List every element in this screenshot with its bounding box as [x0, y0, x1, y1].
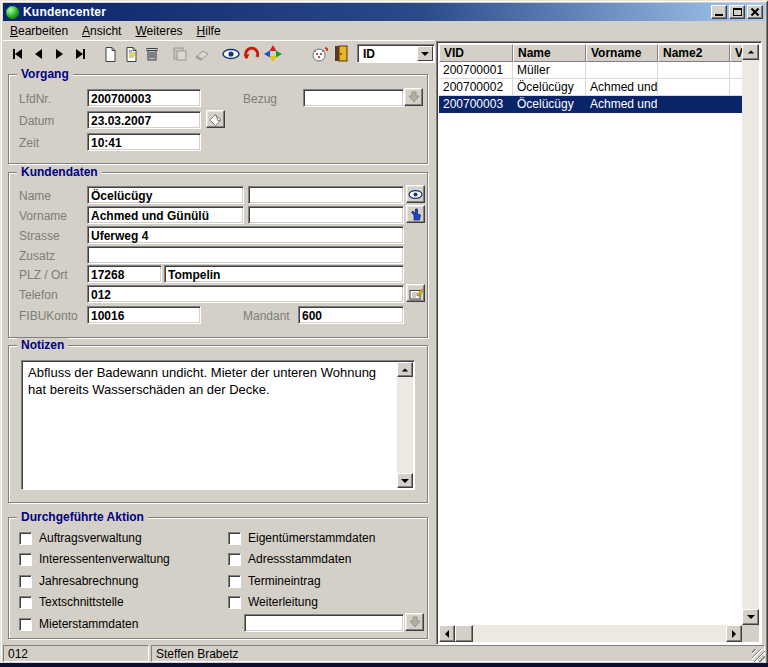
strasse-label: Strasse: [19, 229, 60, 243]
scroll-up-button[interactable]: [397, 362, 413, 377]
table-row[interactable]: 200700003 Öcelücügy Achmed und: [439, 96, 742, 113]
arrow-up-icon: [402, 368, 408, 371]
menu-bar: Bearbeiten Ansicht Weiteres Hilfe: [3, 22, 765, 40]
paste-button[interactable]: [170, 43, 191, 64]
title-bar[interactable]: Kundencenter: [3, 3, 765, 21]
scroll-down-button[interactable]: [397, 473, 413, 488]
column-header-vor[interactable]: Vor: [730, 44, 742, 62]
column-header-name2[interactable]: Name2: [658, 44, 730, 62]
notizen-group: Notizen Abfluss der Badewann undicht. Mi…: [8, 345, 428, 503]
minimize-button[interactable]: [711, 5, 727, 19]
datum-label: Datum: [19, 114, 54, 128]
checkbox-icon: [228, 596, 241, 609]
checkbox-adressstammdaten[interactable]: Adressstammdaten: [228, 552, 351, 566]
ort-input[interactable]: [164, 265, 404, 283]
plz-input[interactable]: [87, 265, 162, 283]
aktion-dropdown-button[interactable]: [405, 613, 424, 631]
checkbox-eigentuemerstammdaten[interactable]: Eigentümerstammdaten: [228, 531, 375, 545]
previous-record-button[interactable]: [28, 43, 49, 64]
lfdnr-input[interactable]: [87, 89, 201, 107]
statistics-button[interactable]: [262, 43, 283, 64]
zusatz-input[interactable]: [87, 246, 404, 264]
first-record-button[interactable]: [7, 43, 28, 64]
menu-bearbeiten[interactable]: Bearbeiten: [3, 23, 75, 39]
table-horizontal-scrollbar[interactable]: [439, 625, 742, 642]
help-button[interactable]: [309, 43, 330, 64]
telefon-notes-button[interactable]: [406, 284, 425, 302]
table-vertical-scrollbar[interactable]: [742, 44, 759, 625]
datum-calendar-button[interactable]: [206, 110, 225, 128]
scrollbar-corner: [742, 625, 759, 642]
last-record-button[interactable]: [70, 43, 91, 64]
name-label: Name: [19, 189, 51, 203]
vorgang-group: Vorgang LfdNr. Bezug Datum Zeit: [8, 74, 428, 164]
records-table: VID Name Vorname Name2 Vor 200700001 Mül…: [439, 44, 742, 625]
new-record-button[interactable]: [99, 43, 120, 64]
name-extra-input[interactable]: [248, 186, 404, 204]
vorname-extra-input[interactable]: [248, 206, 404, 224]
vorgang-legend: Vorgang: [17, 67, 73, 81]
notizen-text: Abfluss der Badewann undicht. Mieter der…: [28, 364, 390, 398]
notizen-textarea[interactable]: Abfluss der Badewann undicht. Mieter der…: [21, 360, 415, 490]
drop-arrow-icon: [408, 91, 420, 103]
next-record-icon: [56, 49, 63, 59]
checkbox-icon: [19, 532, 32, 545]
scroll-right-button[interactable]: [726, 625, 742, 642]
scroll-left-button[interactable]: [439, 625, 455, 642]
search-field-dropdown-button[interactable]: [417, 46, 433, 61]
mandant-label: Mandant: [243, 309, 290, 323]
copy-record-button[interactable]: [120, 43, 141, 64]
minimize-icon: [715, 14, 723, 16]
next-record-button[interactable]: [49, 43, 70, 64]
menu-weiteres[interactable]: Weiteres: [128, 23, 189, 39]
view-button[interactable]: [220, 43, 241, 64]
vorname-pick-button[interactable]: [406, 205, 425, 223]
table-row[interactable]: 200700001 Müller: [439, 62, 742, 79]
exit-button[interactable]: [330, 43, 351, 64]
arrow-down-icon: [401, 479, 409, 483]
name-lookup-button[interactable]: [406, 185, 425, 203]
mandant-input[interactable]: [298, 306, 404, 324]
checkbox-termineintrag[interactable]: Termineintrag: [228, 574, 321, 588]
status-code: 012: [3, 645, 149, 662]
drop-arrow-icon: [409, 616, 421, 628]
checkbox-jahresabrechnung[interactable]: Jahresabrechnung: [19, 574, 138, 588]
checkbox-auftragsverwaltung[interactable]: Auftragsverwaltung: [19, 531, 142, 545]
strasse-input[interactable]: [87, 226, 404, 244]
mascot-face-icon: [311, 46, 329, 62]
menu-ansicht[interactable]: Ansicht: [75, 23, 128, 39]
fibukonto-label: FIBUKonto: [19, 309, 78, 323]
scrollbar-thumb[interactable]: [455, 625, 473, 642]
column-header-vorname[interactable]: Vorname: [586, 44, 658, 62]
column-header-vid[interactable]: VID: [439, 44, 513, 62]
note-pencil-icon: [409, 287, 423, 300]
zeit-input[interactable]: [87, 133, 201, 151]
scroll-up-button[interactable]: [742, 44, 759, 60]
vorname-input[interactable]: [87, 206, 244, 224]
maximize-button[interactable]: [729, 5, 745, 19]
delete-record-button[interactable]: [141, 43, 162, 64]
fibukonto-input[interactable]: [87, 306, 201, 324]
checkbox-interessentenverwaltung[interactable]: Interessentenverwaltung: [19, 552, 170, 566]
column-header-name[interactable]: Name: [513, 44, 586, 62]
checkbox-textschnittstelle[interactable]: Textschnittstelle: [19, 595, 124, 609]
bezug-input[interactable]: [303, 89, 404, 107]
eraser-button[interactable]: [191, 43, 212, 64]
records-table-panel: VID Name Vorname Name2 Vor 200700001 Mül…: [436, 41, 762, 645]
bezug-dropdown-button[interactable]: [404, 88, 423, 106]
table-row[interactable]: 200700002 Öcelücügy Achmed und: [439, 79, 742, 96]
close-button[interactable]: [747, 5, 763, 19]
eye-icon: [222, 47, 240, 61]
datum-input[interactable]: [87, 111, 201, 129]
name-input[interactable]: [87, 186, 244, 204]
resize-grip[interactable]: [752, 649, 765, 662]
checkbox-mieterstammdaten[interactable]: Mieterstammdaten: [19, 617, 138, 631]
scroll-down-button[interactable]: [742, 609, 759, 625]
menu-hilfe[interactable]: Hilfe: [190, 23, 228, 39]
telefon-input[interactable]: [87, 285, 404, 303]
undo-button[interactable]: [241, 43, 262, 64]
notizen-scrollbar[interactable]: [397, 362, 413, 488]
checkbox-weiterleitung[interactable]: Weiterleitung: [228, 595, 318, 609]
kundendaten-legend: Kundendaten: [17, 165, 102, 179]
aktion-extra-input[interactable]: [244, 614, 404, 632]
